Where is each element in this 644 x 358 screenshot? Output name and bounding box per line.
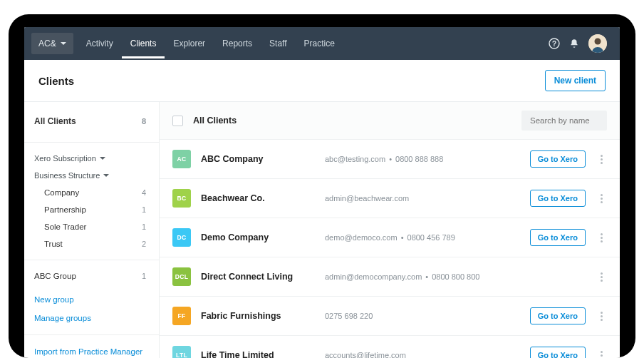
page-header: Clients New client bbox=[24, 60, 620, 102]
client-contact: admin@beachwear.com bbox=[325, 194, 520, 203]
client-name: Beachwear Co. bbox=[201, 193, 315, 203]
chevron-down-icon bbox=[61, 42, 66, 48]
manage-groups-link[interactable]: Manage groups bbox=[24, 309, 159, 327]
top-nav: AC& ActivityClientsExplorerReportsStaffP… bbox=[24, 27, 620, 60]
svg-text:?: ? bbox=[552, 40, 556, 48]
import-link[interactable]: Import from Practice Manager bbox=[24, 342, 159, 358]
client-name: Life Time Limited bbox=[201, 350, 315, 358]
search-input[interactable] bbox=[521, 111, 607, 131]
go-to-xero-button[interactable]: Go to Xero bbox=[530, 190, 586, 207]
client-row[interactable]: DCDemo Companydemo@democo.com•0800 456 7… bbox=[160, 218, 620, 257]
more-menu-icon[interactable] bbox=[596, 233, 607, 242]
client-badge: FF bbox=[172, 307, 191, 325]
sidebar-all-clients-count: 8 bbox=[142, 117, 146, 126]
sidebar-all-clients[interactable]: All Clients 8 bbox=[24, 112, 159, 135]
client-name: Demo Company bbox=[201, 232, 315, 242]
svg-point-3 bbox=[595, 39, 601, 45]
go-to-xero-button[interactable]: Go to Xero bbox=[530, 150, 586, 168]
client-badge: DC bbox=[172, 228, 191, 247]
client-name: ABC Company bbox=[201, 154, 315, 164]
client-row[interactable]: LTLLife Time Limitedaccounts@lifetime.co… bbox=[160, 335, 620, 358]
client-name: Fabric Furnishings bbox=[201, 311, 315, 321]
client-contact: admin@democompany.com•0800 800 800 bbox=[325, 272, 586, 281]
caret-down-icon bbox=[103, 174, 109, 180]
structure-item[interactable]: Partnership1 bbox=[24, 201, 159, 218]
new-group-link[interactable]: New group bbox=[24, 290, 159, 309]
more-menu-icon[interactable] bbox=[596, 155, 607, 164]
go-to-xero-button[interactable]: Go to Xero bbox=[530, 229, 586, 246]
nav-staff[interactable]: Staff bbox=[261, 29, 295, 58]
nav-practice[interactable]: Practice bbox=[296, 29, 343, 58]
nav-reports[interactable]: Reports bbox=[214, 29, 261, 58]
caret-down-icon bbox=[100, 157, 105, 163]
sidebar-group-abc[interactable]: ABC Group 1 bbox=[24, 267, 159, 285]
sidebar: All Clients 8 Xero Subscription Business… bbox=[24, 102, 160, 358]
client-contact: accounts@lifetime.com bbox=[325, 351, 520, 358]
bell-icon[interactable] bbox=[564, 34, 584, 53]
more-menu-icon[interactable] bbox=[596, 194, 607, 203]
client-badge: BC bbox=[172, 189, 191, 208]
more-menu-icon[interactable] bbox=[596, 272, 607, 282]
page-title: Clients bbox=[38, 75, 74, 87]
client-row[interactable]: ACABC Companyabc@testing.com•0800 888 88… bbox=[160, 139, 620, 178]
list-title: All Clients bbox=[193, 116, 511, 126]
client-badge: AC bbox=[172, 150, 191, 168]
client-row[interactable]: DCLDirect Connect Livingadmin@democompan… bbox=[160, 257, 620, 296]
select-all-checkbox[interactable] bbox=[172, 116, 183, 126]
structure-item[interactable]: Company4 bbox=[24, 184, 159, 201]
nav-clients[interactable]: Clients bbox=[122, 29, 165, 58]
org-switcher[interactable]: AC& bbox=[31, 33, 73, 54]
client-list: ACABC Companyabc@testing.com•0800 888 88… bbox=[160, 139, 620, 358]
filter-business-structure[interactable]: Business Structure bbox=[24, 167, 159, 184]
filter-xero-subscription[interactable]: Xero Subscription bbox=[24, 150, 159, 167]
client-name: Direct Connect Living bbox=[201, 272, 315, 282]
list-header: All Clients bbox=[160, 102, 620, 139]
go-to-xero-button[interactable]: Go to Xero bbox=[530, 347, 586, 358]
org-name: AC& bbox=[38, 39, 56, 48]
client-contact: 0275 698 220 bbox=[325, 312, 520, 320]
user-avatar[interactable] bbox=[588, 34, 607, 53]
help-icon[interactable]: ? bbox=[544, 34, 564, 53]
more-menu-icon[interactable] bbox=[596, 351, 607, 359]
more-menu-icon[interactable] bbox=[596, 312, 607, 321]
client-badge: LTL bbox=[172, 346, 191, 358]
new-client-button[interactable]: New client bbox=[545, 70, 606, 91]
go-to-xero-button[interactable]: Go to Xero bbox=[530, 307, 586, 324]
nav-activity[interactable]: Activity bbox=[78, 29, 122, 58]
structure-item[interactable]: Trust2 bbox=[24, 235, 159, 252]
client-contact: demo@democo.com•0800 456 789 bbox=[325, 233, 520, 242]
client-badge: DCL bbox=[172, 267, 191, 286]
client-row[interactable]: BCBeachwear Co.admin@beachwear.comGo to … bbox=[160, 178, 620, 218]
client-row[interactable]: FFFabric Furnishings0275 698 220Go to Xe… bbox=[160, 296, 620, 335]
client-contact: abc@testing.com•0800 888 888 bbox=[325, 155, 520, 163]
sidebar-all-clients-label: All Clients bbox=[34, 116, 76, 126]
structure-item[interactable]: Sole Trader1 bbox=[24, 218, 159, 235]
main-content: All Clients ACABC Companyabc@testing.com… bbox=[160, 102, 620, 358]
nav-explorer[interactable]: Explorer bbox=[165, 29, 214, 58]
